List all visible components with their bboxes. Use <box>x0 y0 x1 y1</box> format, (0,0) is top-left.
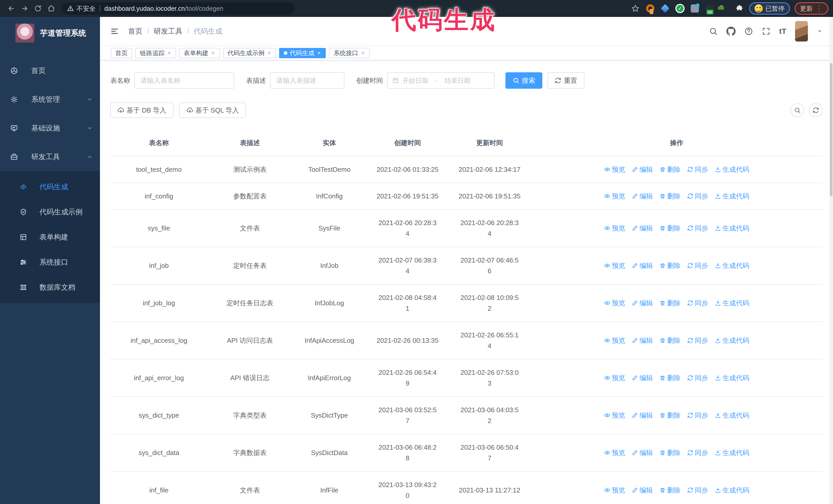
preview-link[interactable]: 预览 <box>604 223 625 234</box>
table-row[interactable]: sys_dict_type 字典类型表 SysDictType 2021-03-… <box>110 397 823 434</box>
import-sql-button[interactable]: 基于 SQL 导入 <box>179 102 246 118</box>
table-row[interactable]: inf_api_access_log API 访问日志表 InfApiAcces… <box>110 322 823 359</box>
sync-link[interactable]: 同步 <box>687 297 708 308</box>
extension-icon-4[interactable] <box>690 3 700 14</box>
scrollbar-thumb[interactable] <box>830 63 832 196</box>
tab-system-api[interactable]: 系统接口× <box>329 48 370 58</box>
preview-link[interactable]: 预览 <box>604 373 625 383</box>
table-row[interactable]: sys_dict_data 字典数据表 SysDictData 2021-03-… <box>110 434 823 472</box>
preview-link[interactable]: 预览 <box>604 164 625 175</box>
edit-link[interactable]: 编辑 <box>632 335 653 346</box>
sidebar-item-codegen[interactable]: 代码生成 <box>0 174 100 199</box>
generate-code-link[interactable]: 生成代码 <box>715 260 749 271</box>
reset-button[interactable]: 重置 <box>547 72 585 89</box>
delete-link[interactable]: 删除 <box>660 260 681 271</box>
delete-link[interactable]: 删除 <box>660 447 681 458</box>
address-bar[interactable]: 不安全 dashboard.yudao.iocoder.cn/tool/code… <box>62 2 295 15</box>
sidebar-item-infrastructure[interactable]: 基础设施 <box>0 114 100 143</box>
extension-icon-2[interactable] <box>660 3 670 14</box>
delete-link[interactable]: 删除 <box>660 223 681 234</box>
sidebar-item-system-api[interactable]: 系统接口 <box>0 250 100 275</box>
end-date-placeholder[interactable]: 结束日期 <box>445 76 470 85</box>
sidebar-item-db-docs[interactable]: 数据库文档 <box>0 275 100 300</box>
bookmark-star-icon[interactable] <box>630 3 641 14</box>
table-row[interactable]: tool_test_demo 测试示例表 ToolTestDemo 2021-0… <box>110 157 823 183</box>
tab-codegen[interactable]: 代码生成× <box>279 48 326 58</box>
kebab-menu-icon[interactable]: ⋮ <box>815 5 823 12</box>
edit-link[interactable]: 编辑 <box>632 297 653 308</box>
delete-link[interactable]: 删除 <box>660 485 681 496</box>
toggle-search-button[interactable] <box>790 103 804 117</box>
browser-home-button[interactable] <box>45 2 58 15</box>
generate-code-link[interactable]: 生成代码 <box>715 223 749 234</box>
generate-code-link[interactable]: 生成代码 <box>715 410 749 421</box>
delete-link[interactable]: 删除 <box>660 373 681 383</box>
sidebar-item-form-builder[interactable]: 表单构建 <box>0 224 100 250</box>
table-row[interactable]: sys_file 文件表 SysFile 2021-02-06 20:28:3 … <box>110 210 823 247</box>
collapse-sidebar-button[interactable] <box>110 27 119 35</box>
tab-home[interactable]: 首页 <box>111 48 132 58</box>
search-icon[interactable] <box>709 27 718 35</box>
sync-link[interactable]: 同步 <box>687 373 708 383</box>
app-logo-row[interactable]: 芋道管理系统 <box>0 17 100 45</box>
table-row[interactable]: inf_api_error_log API 错误日志 InfApiErrorLo… <box>110 359 823 397</box>
preview-link[interactable]: 预览 <box>604 297 625 308</box>
profile-paused-badge[interactable]: 已暂停 <box>749 2 790 15</box>
close-icon[interactable]: × <box>317 50 322 56</box>
table-row[interactable]: inf_job_log 定时任务日志表 InfJobLog 2021-02-08… <box>110 285 823 322</box>
sync-link[interactable]: 同步 <box>687 260 708 271</box>
extension-icon-5[interactable]: on <box>705 3 715 14</box>
edit-link[interactable]: 编辑 <box>632 447 653 458</box>
github-icon[interactable] <box>727 27 736 36</box>
table-desc-input[interactable] <box>270 72 344 89</box>
generate-code-link[interactable]: 生成代码 <box>715 191 749 201</box>
help-icon[interactable] <box>744 27 753 35</box>
edit-link[interactable]: 编辑 <box>632 485 653 496</box>
browser-back-button[interactable] <box>5 2 18 15</box>
close-icon[interactable]: × <box>361 50 365 56</box>
puzzle-extensions-icon[interactable] <box>734 3 744 14</box>
edit-link[interactable]: 编辑 <box>632 223 653 234</box>
edit-link[interactable]: 编辑 <box>632 373 653 383</box>
delete-link[interactable]: 删除 <box>660 164 681 175</box>
sync-link[interactable]: 同步 <box>687 447 708 458</box>
sync-link[interactable]: 同步 <box>687 191 708 201</box>
generate-code-link[interactable]: 生成代码 <box>715 297 749 308</box>
generate-code-link[interactable]: 生成代码 <box>715 373 749 383</box>
sync-link[interactable]: 同步 <box>687 164 708 175</box>
sidebar-item-home[interactable]: 首页 <box>0 56 100 85</box>
tab-tracing[interactable]: 链路追踪× <box>135 48 176 58</box>
create-time-range-picker[interactable]: 开始日期 - 结束日期 <box>387 72 495 89</box>
browser-forward-button[interactable] <box>18 2 31 15</box>
browser-reload-button[interactable] <box>31 2 45 15</box>
preview-link[interactable]: 预览 <box>604 447 625 458</box>
breadcrumb-dev-tools[interactable]: 研发工具 <box>154 26 183 36</box>
extension-icon-3[interactable]: ✓ <box>675 3 685 14</box>
preview-link[interactable]: 预览 <box>604 191 625 201</box>
tab-codegen-example[interactable]: 代码生成示例× <box>223 48 276 58</box>
table-name-input[interactable] <box>134 72 234 89</box>
close-icon[interactable]: × <box>267 50 271 56</box>
close-icon[interactable]: × <box>167 50 171 56</box>
close-icon[interactable]: × <box>211 50 215 56</box>
tab-form-builder[interactable]: 表单构建× <box>179 48 220 58</box>
delete-link[interactable]: 删除 <box>660 297 681 308</box>
fullscreen-icon[interactable] <box>762 27 770 35</box>
security-status[interactable]: 不安全 <box>67 4 96 13</box>
extension-icon-1[interactable] <box>645 3 656 14</box>
start-date-placeholder[interactable]: 开始日期 <box>402 76 428 85</box>
table-row[interactable]: inf_job 定时任务表 InfJob 2021-02-07 06:39:3 … <box>110 247 823 285</box>
sync-link[interactable]: 同步 <box>687 223 708 234</box>
user-avatar[interactable] <box>795 21 808 42</box>
generate-code-link[interactable]: 生成代码 <box>715 164 749 175</box>
edit-link[interactable]: 编辑 <box>632 191 653 201</box>
refresh-table-button[interactable] <box>809 103 823 117</box>
browser-update-button[interactable]: 更新 ⋮ <box>794 2 828 15</box>
edit-link[interactable]: 编辑 <box>632 410 653 421</box>
preview-link[interactable]: 预览 <box>604 410 625 421</box>
table-row[interactable]: inf_config 参数配置表 InfConfig 2021-02-06 19… <box>110 183 823 210</box>
sidebar-item-codegen-example[interactable]: 代码生成示例 <box>0 199 100 224</box>
generate-code-link[interactable]: 生成代码 <box>715 485 749 496</box>
generate-code-link[interactable]: 生成代码 <box>715 447 749 458</box>
sync-link[interactable]: 同步 <box>687 485 708 496</box>
